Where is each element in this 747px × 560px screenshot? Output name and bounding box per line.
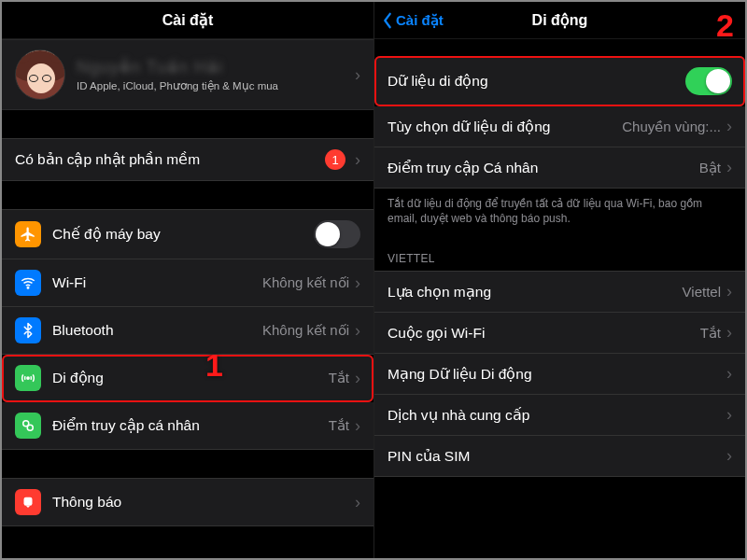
cellular-row[interactable]: Di động Tắt › [2,355,374,402]
cellular-options-row[interactable]: Tùy chọn dữ liệu di động Chuyền vùng:...… [374,106,745,147]
chevron-right-icon: › [726,446,732,466]
row-label: Điểm truy cập Cá nhân [388,160,699,176]
row-label: Cuộc gọi Wi-Fi [388,325,700,342]
footer-hint: Tắt dữ liệu di động để truyền tất cả dữ … [374,189,745,237]
chevron-right-icon: › [726,405,732,425]
cellular-data-row[interactable]: Dữ liệu di động [374,56,745,106]
screenshot-pair: Cài đặt Nguyễn Tuấn Hải ID Apple, iCloud… [0,0,747,560]
apple-id-row[interactable]: Nguyễn Tuấn Hải ID Apple, iCloud, Phương… [2,39,374,110]
chevron-right-icon: › [355,150,360,170]
chevron-right-icon: › [726,364,732,384]
cellular-data-toggle[interactable] [685,67,732,95]
bluetooth-icon [15,317,41,343]
back-button[interactable]: Cài đặt [382,2,444,39]
row-value: Không kết nối [262,274,349,291]
chevron-right-icon: › [355,416,360,436]
airplane-toggle[interactable] [314,220,360,248]
row-value: Tắt [700,325,721,342]
notifications-icon [15,489,41,515]
row-label: Dữ liệu di động [388,73,685,90]
airplane-mode-row[interactable]: Chế độ máy bay [2,209,374,259]
cellular-icon [15,365,41,391]
update-badge: 1 [325,149,345,170]
chevron-right-icon: › [355,493,360,512]
settings-screen: Cài đặt Nguyễn Tuấn Hải ID Apple, iCloud… [2,2,374,558]
chevron-right-icon: › [726,323,732,343]
row-label: PIN của SIM [388,448,721,465]
row-label: Lựa chọn mạng [388,284,683,301]
sim-pin-row[interactable]: PIN của SIM › [374,436,745,477]
wifi-calling-row[interactable]: Cuộc gọi Wi-Fi Tắt › [374,313,745,354]
page-title: Di động [532,11,588,29]
cellular-network-row[interactable]: Mạng Dữ liệu Di động › [374,354,745,395]
step-number-1: 1 [205,347,223,384]
row-value: Viettel [683,284,721,300]
row-value: Tắt [329,417,349,434]
row-label: Mạng Dữ liệu Di động [388,366,721,383]
bluetooth-row[interactable]: Bluetooth Không kết nối › [2,307,374,355]
row-value: Tắt [329,370,349,386]
chevron-right-icon: › [355,369,360,388]
header: Cài đặt Di động [374,2,745,39]
svg-point-0 [27,287,29,289]
chevron-right-icon: › [726,282,732,301]
row-label: Tùy chọn dữ liệu di động [388,119,622,135]
hotspot-icon [15,413,41,439]
row-label: Bluetooth [52,322,262,339]
airplane-icon [15,221,41,247]
profile-text: Nguyễn Tuấn Hải ID Apple, iCloud, Phương… [77,57,349,92]
svg-point-3 [27,425,33,430]
profile-subtitle: ID Apple, iCloud, Phương tiện & Mục mua [77,79,349,92]
cellular-screen: Cài đặt Di động 2 Dữ liệu di động Tùy ch… [374,2,745,558]
avatar [15,49,65,100]
row-label: Dịch vụ nhà cung cấp [388,407,721,424]
row-label: Có bản cập nhật phần mềm [15,151,325,168]
row-label: Chế độ máy bay [52,226,314,243]
header: Cài đặt [2,2,374,39]
svg-rect-4 [24,497,33,506]
wifi-row[interactable]: Wi-Fi Không kết nối › [2,259,374,307]
row-value: Bật [699,160,721,176]
chevron-right-icon: › [726,117,732,136]
step-number-2: 2 [716,7,734,44]
notifications-row[interactable]: Thông báo › [2,478,374,526]
row-label: Di động [52,370,329,386]
software-update-row[interactable]: Có bản cập nhật phần mềm 1 › [2,138,374,181]
row-value: Chuyền vùng:... [622,119,721,135]
page-title: Cài đặt [162,11,213,29]
carrier-section-title: VIETTEL [374,237,745,271]
personal-hotspot-row[interactable]: Điểm truy cập Cá nhân Bật › [374,147,745,189]
chevron-right-icon: › [355,273,360,293]
row-label: Thông báo [52,494,349,511]
row-label: Wi-Fi [52,274,262,291]
network-selection-row[interactable]: Lựa chọn mạng Viettel › [374,271,745,313]
profile-name: Nguyễn Tuấn Hải [77,57,349,77]
row-label: Điểm truy cập cá nhân [52,417,329,434]
carrier-services-row[interactable]: Dịch vụ nhà cung cấp › [374,395,745,436]
back-label: Cài đặt [396,12,444,29]
chevron-right-icon: › [355,321,360,341]
wifi-icon [15,270,41,296]
svg-point-1 [27,377,29,379]
chevron-right-icon: › [355,65,360,85]
row-value: Không kết nối [262,322,349,339]
chevron-right-icon: › [726,158,732,177]
hotspot-row[interactable]: Điểm truy cập cá nhân Tắt › [2,402,374,450]
